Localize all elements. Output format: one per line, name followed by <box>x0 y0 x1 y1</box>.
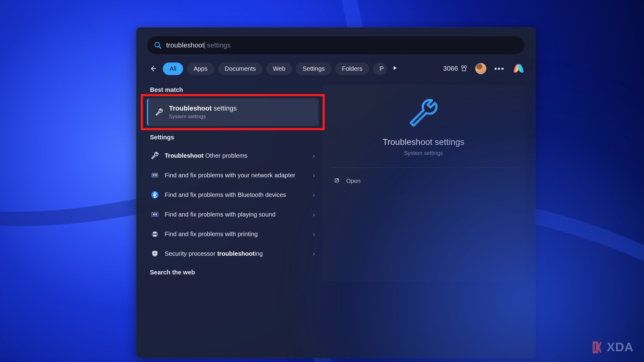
best-match-result[interactable]: Troubleshoot settings System settings <box>147 98 319 126</box>
svg-rect-11 <box>153 232 157 233</box>
settings-result-bluetooth[interactable]: Find and fix problems with Bluetooth dev… <box>147 185 319 205</box>
result-label: Troubleshoot Other problems <box>165 152 307 160</box>
best-match-header: Best match <box>150 86 319 93</box>
filter-all[interactable]: All <box>163 62 183 75</box>
xda-logo-icon <box>592 341 605 354</box>
filter-settings[interactable]: Settings <box>296 62 332 75</box>
preview-subtitle: System settings <box>332 150 516 156</box>
best-match-subtitle: System settings <box>169 114 237 120</box>
wrench-large-icon <box>407 96 440 130</box>
xda-watermark: XDA <box>592 340 634 354</box>
open-icon <box>334 178 341 184</box>
shield-icon <box>151 249 159 258</box>
result-label: Security processor troubleshooting <box>165 250 307 258</box>
svg-rect-6 <box>153 174 155 176</box>
chevron-right-icon: › <box>313 211 315 218</box>
filter-row: All Apps Documents Web Settings Folders … <box>147 61 525 76</box>
results-column: Best match Troubleshoot settings System … <box>147 85 319 281</box>
settings-result-printing[interactable]: Find and fix problems with printing › <box>147 224 319 244</box>
more-options-button[interactable]: ••• <box>494 64 504 74</box>
result-label: Find and fix problems with printing <box>165 230 307 238</box>
svg-point-3 <box>461 66 463 68</box>
result-label: Find and fix problems with Bluetooth dev… <box>165 191 307 199</box>
printer-icon <box>151 230 159 238</box>
search-input[interactable]: troubleshoot settings <box>147 36 525 55</box>
settings-result-sound[interactable]: Find and fix problems with playing sound… <box>147 205 319 224</box>
chevron-right-icon: › <box>313 152 315 159</box>
rewards-icon <box>461 65 467 72</box>
settings-header: Settings <box>150 134 319 141</box>
wrench-icon <box>155 108 163 116</box>
chevron-right-icon: › <box>313 191 315 198</box>
back-button[interactable] <box>147 65 159 73</box>
svg-rect-9 <box>151 213 158 217</box>
wrench-icon <box>151 151 159 160</box>
network-icon <box>151 171 159 179</box>
settings-result-troubleshoot-other[interactable]: Troubleshoot Other problems › <box>147 146 319 165</box>
chevron-right-icon: › <box>313 231 315 238</box>
open-action[interactable]: Open <box>332 173 516 189</box>
svg-rect-12 <box>153 235 157 236</box>
filter-more[interactable]: P <box>373 62 387 75</box>
play-icon[interactable] <box>392 65 398 72</box>
svg-rect-7 <box>155 174 157 176</box>
settings-result-security[interactable]: Security processor troubleshooting › <box>147 244 319 263</box>
filter-folders[interactable]: Folders <box>335 62 369 75</box>
rewards-points[interactable]: 3066 <box>443 65 467 73</box>
svg-rect-5 <box>152 173 158 177</box>
chevron-right-icon: › <box>313 250 315 257</box>
start-search-panel: troubleshoot settings All Apps Documents… <box>136 27 535 358</box>
sound-icon <box>151 210 159 219</box>
search-icon <box>154 41 162 49</box>
svg-line-1 <box>159 46 161 48</box>
wallpaper-shape <box>282 157 644 362</box>
preview-title: Troubleshoot settings <box>332 137 516 147</box>
result-label: Find and fix problems with your network … <box>165 171 307 179</box>
svg-rect-14 <box>593 342 597 353</box>
copilot-icon[interactable] <box>512 62 525 75</box>
user-avatar[interactable] <box>475 63 486 74</box>
best-match-title: Troubleshoot settings <box>169 104 237 112</box>
settings-result-network[interactable]: Find and fix problems with your network … <box>147 165 319 185</box>
filter-apps[interactable]: Apps <box>187 62 214 75</box>
bluetooth-icon <box>151 190 159 199</box>
search-text: troubleshoot settings <box>166 41 231 49</box>
svg-point-4 <box>464 66 466 68</box>
filter-web[interactable]: Web <box>266 62 292 75</box>
open-label: Open <box>346 178 360 184</box>
preview-pane: Troubleshoot settings System settings Op… <box>322 85 525 281</box>
search-web-header: Search the web <box>150 269 319 276</box>
filter-documents[interactable]: Documents <box>218 62 263 75</box>
preview-icon-wrap <box>332 96 516 130</box>
divider <box>332 168 515 168</box>
result-label: Find and fix problems with playing sound <box>165 210 307 219</box>
chevron-right-icon: › <box>313 172 315 179</box>
svg-rect-13 <box>335 179 339 182</box>
